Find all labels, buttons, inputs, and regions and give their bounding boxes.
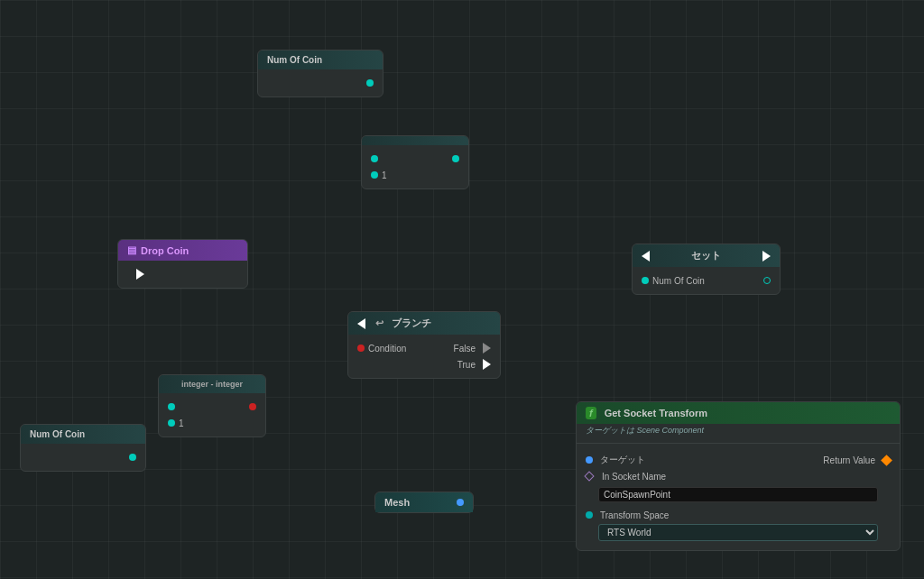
mesh-out-pin[interactable] <box>457 499 464 506</box>
mesh-header: Mesh <box>375 492 473 512</box>
set-num-out <box>763 277 771 284</box>
drop-coin-title: Drop Coin <box>141 245 189 256</box>
socket-name-input[interactable] <box>598 487 878 502</box>
branch-condition-row: Condition False <box>357 340 491 356</box>
get-socket-space-select-row: RTS World <box>586 523 891 545</box>
int-math-top-row1 <box>371 151 459 167</box>
num-of-coin-bottom-out-pin[interactable] <box>129 454 136 461</box>
num-of-coin-top-header: Num Of Coin <box>258 51 383 69</box>
branch-true-out: True <box>457 359 491 370</box>
num-of-coin-bottom-node: Num Of Coin <box>20 424 146 472</box>
mesh-node: Mesh <box>374 492 474 513</box>
num-of-coin-top-out-pin[interactable] <box>366 79 374 87</box>
num-of-coin-bottom-title: Num Of Coin <box>30 429 85 439</box>
branch-false-pin[interactable] <box>483 343 491 354</box>
int-minus-body: 1 <box>159 393 265 437</box>
branch-icon: ↩ <box>375 317 383 329</box>
transform-space-select[interactable]: RTS World <box>598 524 878 541</box>
drop-coin-icon: ▤ <box>127 244 136 256</box>
int-math-top-val-pin[interactable] <box>371 171 378 179</box>
set-node: セット Num Of Coin <box>632 244 781 295</box>
num-of-coin-top-title: Num Of Coin <box>267 55 322 65</box>
drop-coin-header: ▤ Drop Coin <box>118 240 247 261</box>
set-title: セット <box>660 249 753 262</box>
branch-node: ↩ ブランチ Condition False True <box>347 311 501 379</box>
num-of-coin-bottom-body <box>21 444 145 471</box>
int-minus-out1 <box>249 403 256 410</box>
branch-true-row: True <box>357 356 491 372</box>
num-of-coin-bottom-out <box>129 454 136 461</box>
int-math-top-val: 1 <box>371 170 387 180</box>
branch-condition-pin[interactable] <box>357 345 365 352</box>
get-socket-name-in: In Socket Name <box>586 472 666 482</box>
get-socket-return-out: Return Value <box>823 455 891 465</box>
int-math-top-node: 1 <box>361 135 469 189</box>
set-num-in: Num Of Coin <box>642 276 705 286</box>
drop-coin-node: ▤ Drop Coin <box>117 239 248 289</box>
set-exec-in-pin[interactable] <box>642 251 650 262</box>
num-of-coin-bottom-row <box>30 449 136 465</box>
function-icon: f <box>586 407 596 419</box>
get-socket-divider <box>577 443 900 444</box>
int-math-top-in <box>371 155 378 162</box>
set-exec-out-pin[interactable] <box>762 251 771 262</box>
exec-out-pin[interactable] <box>136 269 144 280</box>
get-socket-body: ターゲット Return Value In Socket Name Transf… <box>577 446 900 550</box>
int-minus-title: integer - integer <box>181 380 243 389</box>
drop-coin-exec-row <box>127 266 238 282</box>
get-socket-header: f Get Socket Transform <box>577 402 900 424</box>
int-math-top-row2: 1 <box>371 167 459 183</box>
get-socket-name-row: In Socket Name <box>586 468 891 484</box>
int-math-top-body: 1 <box>362 145 468 188</box>
int-minus-row1 <box>168 399 256 415</box>
get-socket-title: Get Socket Transform <box>605 408 707 418</box>
int-minus-in1-pin[interactable] <box>168 403 175 410</box>
drop-coin-exec-out <box>127 269 144 280</box>
num-of-coin-top-port-row <box>267 75 374 91</box>
int-minus-in1 <box>168 403 175 410</box>
branch-exec-in-pin[interactable] <box>357 318 365 329</box>
num-of-coin-top-node: Num Of Coin <box>257 50 383 97</box>
branch-body: Condition False True <box>348 335 500 378</box>
branch-false-out: False <box>454 343 491 354</box>
get-socket-target-pin[interactable] <box>586 456 593 464</box>
branch-condition: Condition <box>357 344 406 354</box>
set-pin-row: Num Of Coin <box>642 272 771 289</box>
num-of-coin-top-out <box>366 79 374 87</box>
int-math-top-in-pin[interactable] <box>371 155 378 162</box>
int-minus-in2: 1 <box>168 418 184 428</box>
drop-coin-body <box>118 261 247 288</box>
branch-true-pin[interactable] <box>483 359 491 370</box>
get-socket-space-in: Transform Space <box>586 510 669 520</box>
get-socket-name-pin[interactable] <box>584 471 594 481</box>
branch-header: ↩ ブランチ <box>348 312 500 335</box>
mesh-title: Mesh <box>384 497 410 508</box>
get-socket-target-in: ターゲット <box>586 454 645 466</box>
set-num-in-pin[interactable] <box>642 277 649 284</box>
set-header: セット <box>633 244 780 267</box>
int-minus-in2-pin[interactable] <box>168 419 175 427</box>
get-socket-space-pin[interactable] <box>586 511 593 519</box>
num-of-coin-bottom-header: Num Of Coin <box>21 425 145 444</box>
int-minus-out-pin[interactable] <box>249 403 256 410</box>
set-body: Num Of Coin <box>633 267 780 294</box>
get-socket-return-pin[interactable] <box>881 455 892 466</box>
int-minus-header: integer - integer <box>159 375 265 393</box>
int-math-top-out-pin[interactable] <box>452 155 459 162</box>
get-socket-transform-node: f Get Socket Transform ターゲットは Scene Comp… <box>576 401 901 551</box>
num-of-coin-top-body <box>258 69 383 96</box>
get-socket-subtitle: ターゲットは Scene Component <box>577 424 900 440</box>
get-socket-space-row: Transform Space <box>586 507 891 523</box>
branch-title: ブランチ <box>392 317 431 330</box>
int-math-top-header <box>362 136 468 145</box>
get-socket-target-row: ターゲット Return Value <box>586 452 891 468</box>
set-num-out-pin[interactable] <box>763 277 771 284</box>
get-socket-name-input-row <box>586 484 891 507</box>
int-minus-node: integer - integer 1 <box>158 374 266 437</box>
int-minus-row2: 1 <box>168 415 256 431</box>
int-math-top-out <box>452 155 459 162</box>
